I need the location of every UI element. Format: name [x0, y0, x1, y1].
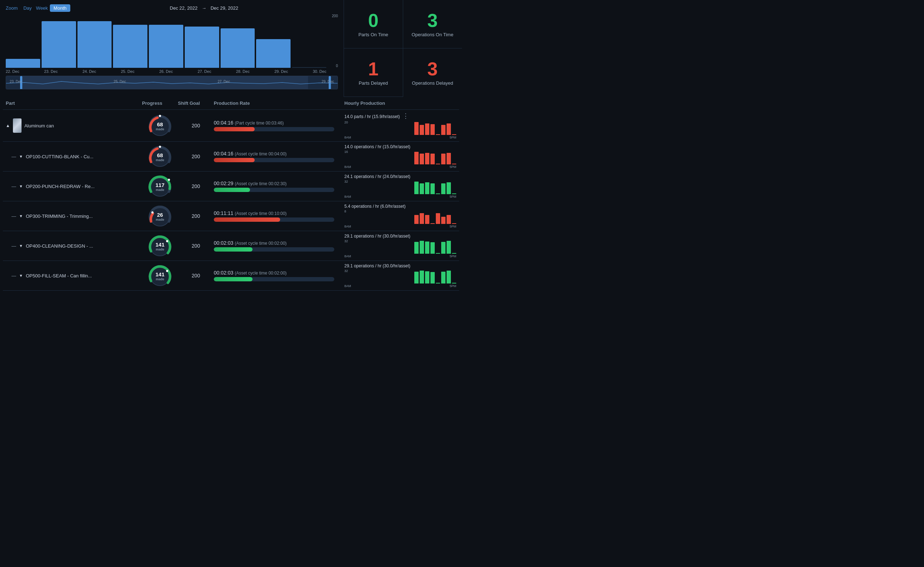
part-cell-5: — ▼ OP500-FILL-SEAM - Can fillin... — [6, 273, 142, 278]
bar-labels: 22. Dec 23. Dec 24. Dec 25. Dec 26. Dec … — [6, 69, 338, 74]
rate-time-4: 00:02:03 (Asset cycle time 00:02:00) — [214, 240, 334, 246]
expand-icon-2[interactable]: ▼ — [19, 184, 23, 188]
gauge-container-4: 141 made — [142, 233, 178, 259]
hbar-2-1 — [420, 183, 424, 194]
hourly-title-4: 29.1 operations / hr (30.0/hr/asset) — [344, 234, 456, 239]
bar-5 — [185, 27, 219, 68]
col-header-production-rate: Production Rate — [214, 101, 342, 106]
y-axis-min: 0 — [327, 64, 338, 68]
hourly-bars-5: 32 — [344, 269, 456, 284]
expand-icon-5[interactable]: ▼ — [19, 274, 23, 278]
rate-time-1: 00:04:16 (Asset cycle time 00:04:00) — [214, 151, 334, 156]
col-header-hourly: Hourly Production — [342, 101, 456, 106]
hbar-0-5 — [441, 125, 446, 135]
hourly-axis-5: 8AM 5PM — [344, 284, 456, 288]
stat-parts-delayed: 1 Parts Delayed — [344, 48, 403, 97]
date-end: Dec 29, 2022 — [210, 5, 238, 11]
bar-col-6 — [220, 29, 255, 68]
parts-delayed-value: 1 — [368, 60, 378, 78]
three-dot-0[interactable]: ⋮ — [402, 112, 409, 119]
zoom-label: Zoom — [6, 5, 18, 11]
hbar-2-7 — [452, 193, 456, 194]
part-name-1: OP100-CUTTING-BLANK - Cu... — [26, 154, 94, 159]
gauge-text-5: 141 made — [155, 271, 164, 281]
hourly-end-2: 5PM — [450, 195, 456, 199]
progress-bar-2 — [214, 188, 250, 192]
part-name-3: OP300-TRIMMING - Trimming... — [26, 214, 93, 219]
bar-col-0 — [6, 59, 40, 68]
hbar-1-7 — [452, 164, 456, 164]
progress-bar-1 — [214, 158, 255, 162]
hbar-5-2 — [425, 271, 429, 284]
date-range: Dec 22, 2022 → Dec 29, 2022 — [70, 5, 338, 11]
hourly-y-5: 32 — [344, 269, 348, 273]
gauge-container-3: 26 made — [142, 203, 178, 229]
rate-time-0: 00:04:16 (Part cycle time 00:03:46) — [214, 120, 334, 126]
label-28dec: 28. Dec — [236, 69, 250, 74]
expand-icon-4[interactable]: ▼ — [19, 244, 23, 248]
col-header-progress: Progress — [142, 101, 178, 106]
progress-bar-wrap-4 — [214, 247, 334, 251]
svg-rect-4 — [328, 76, 331, 89]
hourly-y-4: 32 — [344, 239, 348, 243]
dash-2: — — [12, 184, 16, 189]
prod-rate-3: 00:11:11 (Asset cycle time 00:10:00) — [214, 210, 342, 222]
hourly-start-3: 8AM — [344, 225, 351, 228]
expand-icon-1[interactable]: ▼ — [19, 154, 23, 159]
hbar-5-1 — [420, 271, 424, 284]
part-icon-aluminum-can — [13, 119, 21, 133]
hbar-2-3 — [430, 183, 435, 194]
hourly-cell-1: 14.0 operations / hr (15.0/hr/asset) 16 … — [342, 144, 456, 168]
part-cell-2: — ▼ OP200-PUNCH-REDRAW - Re... — [6, 184, 142, 189]
hourly-title-2: 24.1 operations / hr (24.0/hr/asset) — [344, 174, 456, 179]
dash-1: — — [12, 154, 16, 159]
gauge-3: 26 made — [147, 203, 172, 229]
hourly-axis-0: 8AM 5PM — [344, 135, 456, 139]
svg-point-8 — [159, 146, 161, 148]
gauge-container-0: 68 made — [142, 113, 178, 138]
hourly-cell-2: 24.1 operations / hr (24.0/hr/asset) 32 … — [342, 174, 456, 199]
hbar-4-5 — [441, 242, 446, 254]
progress-bar-wrap-2 — [214, 188, 334, 192]
hbar-5-6 — [447, 271, 451, 284]
shift-goal-5: 200 — [178, 273, 214, 278]
mini-timeline[interactable]: 23. Dec 25. Dec 27. Dec 29. Dec — [6, 76, 338, 89]
col-header-part: Part — [6, 101, 142, 106]
gauge-text-4: 141 made — [155, 242, 164, 251]
date-start: Dec 22, 2022 — [170, 5, 197, 11]
bar-col-4 — [149, 25, 183, 68]
hourly-bars-3: 8 — [344, 209, 456, 224]
bar-col-7 — [256, 39, 291, 68]
bar-col-2 — [78, 21, 112, 68]
hbar-1-0 — [414, 152, 418, 164]
gauge-container-5: 141 made — [142, 263, 178, 288]
rate-time-5: 00:02:03 (Asset cycle time 00:02:00) — [214, 270, 334, 275]
shift-goal-2: 200 — [178, 183, 214, 189]
part-name-5: OP500-FILL-SEAM - Can fillin... — [26, 273, 92, 278]
zoom-week-button[interactable]: Week — [34, 5, 50, 12]
part-name-4: OP400-CLEANING-DESIGN - ... — [26, 243, 93, 249]
hbar-3-2 — [425, 215, 429, 224]
part-cell-0: ▲ Aluminum can — [6, 119, 142, 133]
collapse-icon-0[interactable]: ▲ — [6, 123, 10, 128]
prod-rate-2: 00:02:29 (Asset cycle time 00:02:30) — [214, 180, 342, 192]
hourly-end-5: 5PM — [450, 284, 456, 288]
hourly-axis-4: 8AM 5PM — [344, 254, 456, 258]
hourly-y-2: 32 — [344, 180, 348, 183]
hbar-0-7 — [452, 134, 456, 135]
col-header-shift-goal: Shift Goal — [178, 101, 214, 106]
expand-icon-3[interactable]: ▼ — [19, 214, 23, 218]
stat-parts-on-time: 0 Parts On Time — [344, 0, 403, 48]
hbar-2-0 — [414, 182, 418, 194]
zoom-day-button[interactable]: Day — [21, 5, 34, 12]
prod-rate-0: 00:04:16 (Part cycle time 00:03:46) — [214, 120, 342, 131]
table-row: — ▼ OP100-CUTTING-BLANK - Cu... 68 made … — [3, 142, 459, 171]
bar-col-5 — [185, 27, 219, 68]
hbar-1-2 — [425, 153, 429, 164]
zoom-month-button[interactable]: Month — [50, 4, 70, 12]
bar-col-8 — [292, 67, 326, 68]
rate-time-3: 00:11:11 (Asset cycle time 00:10:00) — [214, 210, 334, 216]
parts-on-time-value: 0 — [368, 11, 378, 30]
shift-goal-4: 200 — [178, 243, 214, 249]
parts-on-time-label: Parts On Time — [358, 32, 388, 37]
